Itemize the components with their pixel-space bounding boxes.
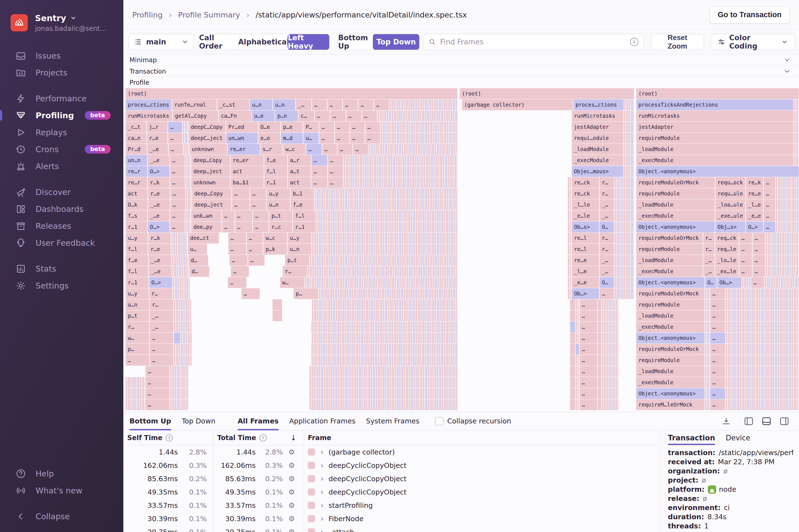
flame-cells-compressed[interactable] <box>794 144 799 155</box>
flame-cells-compressed[interactable] <box>794 99 799 110</box>
flame-cells-compressed[interactable] <box>726 355 799 366</box>
flame-cells-compressed[interactable] <box>766 255 799 266</box>
flame-cell[interactable]: _l…le <box>572 200 599 210</box>
flame-cells-compressed[interactable] <box>776 200 799 210</box>
flame-cells-compressed[interactable] <box>576 388 579 399</box>
flame-cell[interactable]: p…e <box>281 121 303 132</box>
flame-cells-compressed[interactable] <box>310 366 457 377</box>
flame-cell[interactable]: … <box>322 144 337 155</box>
flame-cell[interactable]: … <box>764 222 775 232</box>
flame-cell[interactable]: p… <box>126 344 149 355</box>
flame-cell[interactable]: r… <box>599 244 614 254</box>
flame-cell[interactable]: r…e <box>148 244 171 254</box>
flame-cell[interactable]: m…d <box>281 133 303 144</box>
flame-cell[interactable]: … <box>365 121 380 132</box>
flame-cell[interactable]: … <box>231 266 249 277</box>
flame-cell[interactable]: re…er <box>227 144 259 155</box>
flame-cell[interactable]: deep…ject <box>191 166 230 177</box>
flame-cell[interactable]: … <box>328 166 343 177</box>
flame-cell[interactable]: … <box>579 332 597 343</box>
flame-cell[interactable]: requireModuleOrMock <box>636 288 705 299</box>
flame-gap[interactable] <box>273 299 282 310</box>
flame-cell[interactable]: _…e <box>149 266 172 277</box>
flame-cells-compressed[interactable] <box>568 188 571 199</box>
flame-cells-compressed[interactable] <box>316 222 457 232</box>
flame-cell[interactable]: O… <box>599 222 614 232</box>
flame-cell[interactable]: … <box>710 388 725 399</box>
tab-application-frames[interactable]: Application Frames <box>289 412 356 430</box>
sidebar-item-discover[interactable]: Discover <box>0 184 123 201</box>
flame-cell[interactable]: req…ck <box>715 233 739 244</box>
flame-gap[interactable] <box>598 332 601 343</box>
flame-cells-compressed[interactable] <box>576 299 579 310</box>
flame-cell[interactable]: … <box>350 133 365 144</box>
tab-device[interactable]: Device <box>726 431 750 445</box>
frame-name[interactable]: _attach <box>328 528 354 532</box>
flame-gap[interactable] <box>570 299 575 310</box>
flame-cell[interactable]: … <box>248 255 264 266</box>
flame-cell[interactable]: f…e <box>264 155 287 166</box>
flame-cell[interactable]: _e…e <box>572 277 599 288</box>
flame-cell[interactable]: u…n <box>287 244 311 254</box>
sidebar-item-alerts[interactable]: Alerts <box>0 158 123 175</box>
sidebar-item-stats[interactable]: Stats <box>0 260 123 277</box>
flame-cell[interactable]: … <box>579 322 597 332</box>
sentry-logo[interactable] <box>11 14 28 31</box>
chevron-right-icon[interactable]: › <box>321 448 323 456</box>
flame-cell[interactable]: r…1 <box>126 222 147 232</box>
tab-top-down[interactable]: Top Down <box>182 412 215 430</box>
flame-cell[interactable]: runTe…rnal <box>172 99 217 110</box>
flame-gap[interactable] <box>576 344 579 355</box>
flame-cells-compressed[interactable] <box>576 366 579 377</box>
flame-cells-compressed[interactable] <box>766 233 799 244</box>
flame-cell[interactable]: … <box>579 344 597 355</box>
breadcrumb-profile-summary[interactable]: Profile Summary <box>178 11 240 19</box>
flame-cell[interactable]: … <box>739 266 752 277</box>
flame-cell[interactable]: p…k <box>263 244 287 254</box>
flame-cell[interactable]: … <box>312 166 327 177</box>
flame-cell[interactable]: … <box>232 188 249 199</box>
flame-cell[interactable]: … <box>228 244 246 254</box>
flame-cell[interactable]: r… <box>126 322 149 332</box>
flame-cell[interactable]: … <box>579 388 597 399</box>
flame-cells-compressed[interactable] <box>602 322 618 332</box>
flame-gap[interactable] <box>570 332 575 343</box>
flame-cell[interactable]: deep…Copy <box>192 188 231 199</box>
flame-cell[interactable]: r… <box>283 266 307 277</box>
flame-cell[interactable]: _…e <box>148 155 169 166</box>
reset-zoom-button[interactable]: Reset Zoom <box>651 34 704 50</box>
flame-cell[interactable]: deep…Copy <box>191 155 230 166</box>
flame-cell[interactable]: (root) <box>126 88 457 99</box>
flame-cell[interactable]: u…y <box>126 288 149 299</box>
flame-cell[interactable]: … <box>365 133 380 144</box>
frame-header[interactable]: Frame <box>308 434 331 442</box>
flame-cell[interactable]: deepC…ject <box>189 133 226 144</box>
flame-cell[interactable]: … <box>764 177 775 188</box>
flame-cell[interactable]: _lo…le <box>715 255 739 266</box>
flame-cells-compressed[interactable] <box>776 222 799 232</box>
flame-cell[interactable]: … <box>170 210 185 221</box>
flame-cell[interactable]: Object.<anonymous> <box>636 277 705 288</box>
flame-cell[interactable]: f…l <box>126 244 148 254</box>
flame-cells-compressed[interactable] <box>726 310 799 321</box>
flame-cells-compressed[interactable] <box>369 144 457 155</box>
flame-cell[interactable]: … <box>343 99 358 110</box>
flame-cell[interactable]: … <box>335 133 350 144</box>
flame-cell[interactable]: O… <box>705 277 717 288</box>
flame-cells-compressed[interactable] <box>343 177 457 188</box>
flame-cells-compressed[interactable] <box>602 310 618 321</box>
flame-cells-compressed[interactable] <box>390 99 457 110</box>
flame-cell[interactable]: Ob…> <box>572 288 599 299</box>
flame-cells-compressed[interactable] <box>726 388 799 399</box>
flame-cell[interactable]: w…c <box>283 144 305 155</box>
flame-cell[interactable]: … <box>126 355 149 366</box>
sidebar-item-issues[interactable]: Issues <box>0 47 123 64</box>
flame-cells-compressed[interactable] <box>568 288 571 299</box>
flame-cells-compressed[interactable] <box>705 288 709 299</box>
flame-cells-compressed[interactable] <box>312 322 457 332</box>
flame-cell[interactable]: … <box>710 377 725 388</box>
flame-cell[interactable]: re…e <box>746 188 763 199</box>
flame-cells-compressed[interactable] <box>615 244 634 254</box>
flame-cell[interactable]: … <box>710 332 725 343</box>
flame-cells-compressed[interactable] <box>172 255 188 266</box>
